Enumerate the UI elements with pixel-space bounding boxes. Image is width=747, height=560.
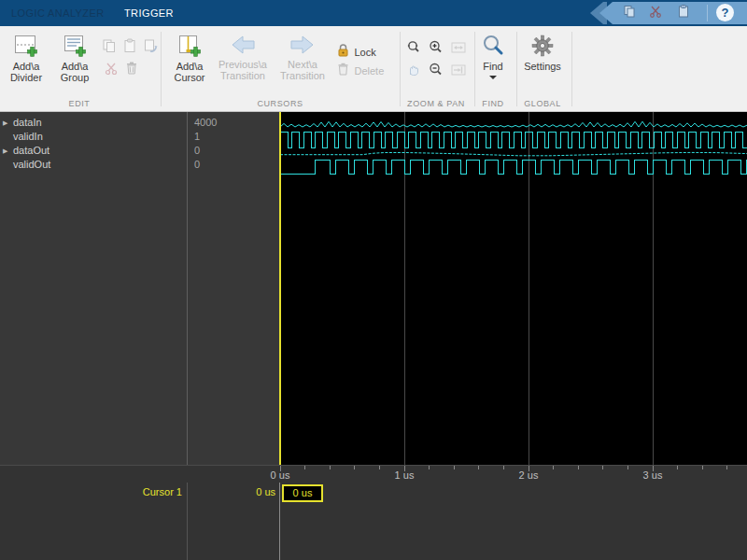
signal-value: 4000 (194, 116, 278, 130)
add-cursor-icon (166, 34, 213, 58)
axis-tick-label: 0 us (271, 469, 290, 481)
time-cursor-line[interactable] (279, 112, 281, 484)
find-dropdown-caret[interactable] (489, 76, 497, 79)
signal-value: 0 (194, 158, 278, 172)
copy-signal-icon[interactable] (101, 37, 118, 54)
settings-gear-icon (518, 34, 567, 58)
axis-tick-label: 3 us (643, 469, 663, 481)
pan-icon[interactable] (405, 62, 422, 78)
add-divider-icon (3, 34, 49, 58)
zoom-in-icon[interactable] (428, 39, 444, 56)
add-divider-label-2: Divider (3, 72, 49, 83)
add-group-icon (51, 34, 98, 58)
cursor-panel: Cursor 1 0 us 0 us (0, 483, 747, 560)
paste-icon[interactable] (676, 4, 691, 19)
find-label: Find (472, 61, 514, 72)
tab-logic-analyzer[interactable]: LOGIC ANALYZER (6, 0, 110, 26)
signal-name: validIn (13, 130, 43, 144)
signal-name: dataIn (13, 116, 42, 130)
add-cursor-label-2: Cursor (166, 72, 213, 83)
settings-label: Settings (518, 61, 567, 72)
section-separator (571, 32, 572, 106)
add-group-button[interactable]: Add\a Group (51, 32, 98, 83)
previous-transition-icon (215, 34, 271, 56)
add-cursor-label-1: Add\a (166, 61, 213, 72)
section-separator (400, 32, 401, 106)
cut-signal-icon[interactable] (103, 60, 120, 77)
next-transition-label-1: Next\a (275, 59, 331, 70)
time-axis[interactable]: 0 us 1 us 2 us 3 us (0, 465, 747, 483)
previous-transition-button[interactable]: Previous\a Transition (215, 32, 271, 81)
find-section-label: FIND (474, 99, 512, 108)
signal-row-validOut[interactable]: validOut (0, 158, 187, 172)
delete-cursor-label: Delete (354, 65, 384, 77)
find-button[interactable]: Find (472, 32, 514, 79)
next-transition-icon (275, 34, 331, 56)
lock-cursor-button[interactable]: Lock (336, 43, 376, 62)
add-group-label-2: Group (51, 72, 98, 83)
logic-analyzer-window: LOGIC ANALYZER TRIGGER ? (0, 0, 747, 560)
paste-signal-icon[interactable] (121, 37, 138, 54)
edit-section-label: EDIT (28, 99, 131, 108)
next-transition-label-2: Transition (275, 70, 331, 81)
delete-cursor-icon (336, 63, 354, 79)
axis-ticks (280, 466, 747, 483)
copy-icon[interactable] (622, 4, 637, 19)
previous-transition-label-2: Transition (215, 70, 271, 81)
expand-icon[interactable]: ▶ (3, 116, 12, 130)
zoom-out-icon[interactable] (428, 62, 444, 78)
toolstrip: Add\a Divider Add\a Group (0, 26, 747, 112)
add-cursor-button[interactable]: Add\a Cursor (166, 32, 213, 83)
signal-names-column: ▶dataIn validIn ▶dataOut validOut (0, 112, 187, 465)
signal-values-column: 4000 1 0 0 (187, 112, 280, 465)
delete-cursor-button[interactable]: Delete (336, 62, 384, 80)
signal-value: 1 (194, 130, 278, 144)
section-separator (161, 32, 162, 106)
waveform-canvas (280, 112, 747, 465)
delete-signal-icon[interactable] (123, 60, 140, 77)
next-transition-button[interactable]: Next\a Transition (275, 32, 331, 81)
signal-name: validOut (13, 158, 50, 172)
quick-access-separator (707, 5, 708, 21)
lock-label: Lock (354, 47, 375, 58)
waveform-display[interactable] (280, 112, 747, 465)
signal-value: 0 (194, 144, 278, 158)
cursors-section-label: CURSORS (224, 99, 336, 108)
section-separator (516, 32, 517, 106)
tab-trigger[interactable]: TRIGGER (119, 0, 179, 26)
fit-to-view-icon[interactable] (450, 39, 467, 56)
cursor-name-label[interactable]: Cursor 1 (0, 486, 182, 497)
duplicate-icon[interactable] (142, 37, 159, 54)
axis-tick-label: 2 us (519, 469, 539, 481)
settings-button[interactable]: Settings (518, 32, 567, 72)
titlebar: LOGIC ANALYZER TRIGGER ? (0, 0, 747, 26)
add-divider-label-1: Add\a (3, 61, 49, 72)
global-section-label: GLOBAL (518, 99, 567, 108)
cursor-value-label: 0 us (187, 486, 275, 497)
signal-row-validIn[interactable]: validIn (0, 130, 187, 144)
help-button[interactable]: ? (716, 4, 734, 21)
zoom-pan-section-label: ZOOM & PAN (402, 99, 471, 108)
add-group-label-1: Add\a (51, 61, 98, 72)
signal-row-dataOut[interactable]: ▶dataOut (0, 144, 187, 158)
axis-tick-label: 1 us (395, 469, 415, 481)
zoom-to-cursor-icon[interactable] (450, 62, 467, 78)
cut-icon[interactable] (648, 4, 663, 19)
cursor-flag[interactable]: 0 us (282, 484, 323, 502)
find-icon (472, 34, 514, 58)
previous-transition-label-1: Previous\a (215, 59, 271, 70)
lock-icon (336, 45, 354, 61)
expand-icon[interactable]: ▶ (3, 144, 12, 158)
zoom-in-time-icon[interactable] (405, 39, 422, 56)
cursor-line-tail (279, 483, 280, 560)
signal-row-dataIn[interactable]: ▶dataIn (0, 116, 187, 130)
signal-name: dataOut (13, 144, 49, 158)
add-divider-button[interactable]: Add\a Divider (3, 32, 49, 83)
